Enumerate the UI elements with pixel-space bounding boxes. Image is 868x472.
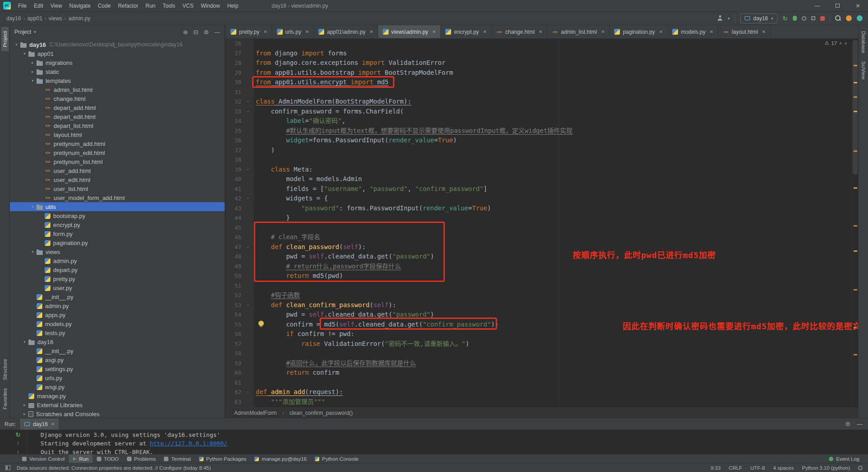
collapse-icon[interactable]: ▾ — [21, 51, 28, 56]
close-tab-icon[interactable]: ✕ — [432, 29, 436, 34]
close-tab-icon[interactable]: ✕ — [370, 29, 373, 34]
code-line[interactable]: 59 #返回什么，此字段以后保存到数据库就是什么 — [225, 359, 858, 368]
editor-tab-pagination-py[interactable]: pagination.py✕ — [610, 25, 668, 38]
menu-edit[interactable]: Edit — [30, 0, 47, 11]
tree-item-static[interactable]: ▸static — [10, 67, 225, 76]
tree-item-user-model-form-add-html[interactable]: <>user_model_form_add.html — [10, 193, 225, 202]
breadcrumb-views[interactable]: views — [48, 15, 63, 22]
tree-item-admin-py[interactable]: admin.py — [10, 301, 225, 310]
expand-icon[interactable]: ▸ — [29, 60, 36, 65]
tree-item-utils[interactable]: ▾utils — [10, 202, 225, 211]
tool-stripe-favorites[interactable]: Favorites — [1, 384, 9, 413]
tree-item-day16[interactable]: ▾day16 — [10, 337, 225, 346]
user-profile-icon[interactable] — [717, 15, 723, 21]
status-python-3-10-python[interactable]: Python 3.10 (python) — [802, 465, 850, 471]
collapse-icon[interactable]: ▾ — [13, 42, 20, 47]
code-editor[interactable]: 2627from django import forms28from djang… — [225, 39, 858, 408]
menu-view[interactable]: View — [47, 0, 66, 11]
code-line[interactable]: 41 fields = ["username", "password", "co… — [225, 184, 858, 194]
status-message[interactable]: Data sources detected: Connection proper… — [17, 465, 211, 471]
tree-item-external-libraries[interactable]: ▸External Libraries — [10, 400, 225, 409]
editor-tab-pretty-py[interactable]: pretty.py✕ — [226, 25, 272, 38]
menu-vcs[interactable]: VCS — [179, 0, 197, 11]
expand-icon[interactable]: ▸ — [21, 412, 28, 416]
notifications-icon[interactable] — [846, 15, 852, 21]
status-crlf[interactable]: CRLF — [729, 465, 742, 471]
code-line[interactable]: 35 #默认生成的input框为text框，想要密码不显示需要使用passwor… — [225, 126, 858, 136]
status-4-spaces[interactable]: 4 spaces — [773, 465, 794, 471]
fold-marker[interactable]: − — [241, 97, 254, 107]
status-9-33[interactable]: 9:33 — [710, 465, 720, 471]
tree-item-models-py[interactable]: models.py — [10, 319, 225, 328]
rerun-icon[interactable]: ↻ — [14, 431, 22, 439]
tree-item-views[interactable]: ▾views — [10, 247, 225, 256]
close-tab-icon[interactable]: ✕ — [601, 29, 605, 34]
menu-navigate[interactable]: Navigate — [66, 0, 94, 11]
toolwindow-button-todo[interactable]: TODO — [93, 454, 123, 463]
tree-item-app01[interactable]: ▾app01 — [10, 49, 225, 58]
code-line[interactable]: 60 return confirm — [225, 368, 858, 378]
tree-item-depart-edit-html[interactable]: <>depart_edit.html — [10, 112, 225, 121]
console-url-link[interactable]: http://127.0.0.1:8000/ — [150, 440, 227, 447]
tool-stripe-database[interactable]: Database — [860, 27, 867, 57]
code-line[interactable]: 38 — [225, 155, 858, 165]
fold-marker[interactable]: − — [241, 165, 254, 175]
editor-tab-views-admin-py[interactable]: views\admin.py✕ — [378, 25, 441, 38]
tree-item-wsgi-py[interactable]: wsgi.py — [10, 382, 225, 391]
menu-file[interactable]: File — [14, 0, 30, 11]
run-configuration-select[interactable]: day16 ▾ — [740, 14, 778, 23]
code-line[interactable]: 53− def clean_confirm_password(self): — [225, 300, 858, 310]
code-line[interactable]: 32−class AdminModelForm(BootStrapModelFo… — [225, 97, 858, 107]
tree-item-form-py[interactable]: form.py — [10, 229, 225, 238]
next-warning-icon[interactable]: ∨ — [844, 41, 847, 45]
tree-item-depart-add-html[interactable]: <>depart_add.html — [10, 103, 225, 112]
tree-item-prettynum-edit-html[interactable]: <>prettynum_edit.html — [10, 148, 225, 157]
tree-item-pretty-py[interactable]: pretty.py — [10, 274, 225, 283]
collapse-all-icon[interactable]: ⊟ — [193, 29, 198, 36]
close-tab-icon[interactable]: ✕ — [263, 29, 267, 34]
tool-stripe-sciview[interactable]: SciView — [860, 57, 867, 84]
fold-marker[interactable]: − — [241, 107, 254, 117]
debug-button[interactable] — [793, 16, 797, 21]
tool-stripe-structure[interactable]: Structure — [1, 355, 9, 384]
code-line[interactable]: 40 model = models.Admin — [225, 174, 858, 184]
code-line[interactable]: 42− widgets = { — [225, 194, 858, 204]
tree-item-day16[interactable]: ▾day16C:\Users\lenovo\Desktop\dj_base\py… — [10, 40, 225, 49]
tree-item-init-py[interactable]: __init__.py — [10, 346, 225, 355]
tree-item-user-edit-html[interactable]: <>user_edit.html — [10, 175, 225, 184]
error-stripe[interactable] — [852, 39, 858, 408]
coverage-button[interactable] — [802, 16, 806, 21]
code-line[interactable]: 36 widget=forms.PasswordInput(render_val… — [225, 136, 858, 145]
close-tab-icon[interactable]: ✕ — [762, 29, 765, 34]
code-line[interactable]: 39− class Meta: — [225, 165, 858, 175]
code-line[interactable]: 26 — [225, 39, 858, 49]
tree-item-user-list-html[interactable]: <>user_list.html — [10, 184, 225, 193]
close-tab-icon[interactable]: ✕ — [710, 29, 713, 34]
code-line[interactable]: 33− confirm_password = forms.CharField( — [225, 107, 858, 117]
close-tab-icon[interactable]: ✕ — [483, 29, 487, 34]
tool-window-switcher-icon[interactable] — [5, 465, 10, 470]
tree-item-admin-list-html[interactable]: <>admin_list.html — [10, 85, 225, 94]
code-line[interactable]: 43 "password": forms.PasswordInput(rende… — [225, 204, 858, 213]
tree-item-init-py[interactable]: __init__.py — [10, 292, 225, 301]
editor-tab-layout-html[interactable]: <>layout.html✕ — [718, 25, 770, 38]
tree-item-settings-py[interactable]: settings.py — [10, 364, 225, 373]
menu-tools[interactable]: Tools — [159, 0, 179, 11]
toolwindow-button-version-control[interactable]: Version Control — [18, 454, 69, 463]
tree-item-asgi-py[interactable]: asgi.py — [10, 355, 225, 364]
toolwindow-button-problems[interactable]: Problems — [123, 454, 160, 463]
search-everywhere-icon[interactable] — [835, 15, 841, 21]
tree-item-depart-list-html[interactable]: <>depart_list.html — [10, 121, 225, 130]
menu-help[interactable]: Help — [224, 0, 242, 11]
breadcrumb-admin-py[interactable]: admin.py — [68, 15, 91, 22]
code-line[interactable]: 28from django.core.exceptions import Val… — [225, 58, 858, 68]
hide-panel-icon[interactable]: — — [214, 29, 220, 36]
toolwindow-button-event-log[interactable]: Event Log — [825, 456, 863, 462]
code-with-me-icon[interactable] — [857, 15, 863, 21]
toolwindow-button-manage-py-day16[interactable]: manage.py@day16 — [250, 454, 311, 463]
stop-button[interactable] — [820, 16, 825, 21]
toolwindow-button-run[interactable]: Run — [69, 454, 93, 463]
close-icon[interactable]: ✕ — [51, 422, 54, 427]
editor-tab-urls-py[interactable]: urls.py✕ — [272, 25, 314, 38]
run-tab-day16[interactable]: day16 ✕ — [20, 418, 59, 430]
